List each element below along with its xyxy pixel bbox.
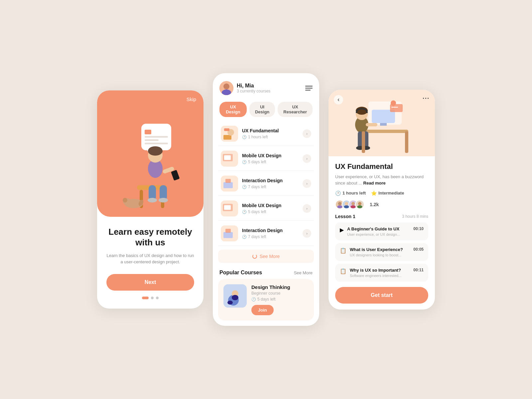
user-avatar [219,81,233,95]
dot-1 [142,297,149,299]
next-button[interactable]: Next [106,274,194,291]
svg-rect-57 [362,131,365,153]
menu-icon[interactable] [305,86,313,90]
course-thumbnail [221,176,238,192]
course-detail-screen: ‹ ··· [329,90,435,310]
clock-icon: 🕐 [242,160,247,164]
popular-thumb [223,284,247,308]
svg-rect-51 [366,123,377,126]
level-text: Intermediate [378,191,404,196]
popular-course-time: 🕐 5 days left [251,297,309,302]
tab-ux-design[interactable]: UX Design [219,102,247,117]
tab-ui-design[interactable]: UI Design [249,102,275,117]
svg-rect-25 [224,155,231,160]
course-arrow[interactable]: › [303,129,311,138]
person-illustration [110,120,190,213]
students-row: 1.2k [335,200,428,209]
menu-line-2 [305,88,313,88]
svg-point-65 [351,202,355,205]
course-arrow[interactable]: › [303,179,311,188]
course-time: 🕐 7 days left [242,185,299,189]
svg-rect-31 [224,205,231,210]
lesson-name: A Beginner's Guide to UX [347,226,410,231]
hero-illustration [110,114,190,213]
popular-card[interactable]: Design Thinking Beginner course 🕐 5 days… [218,279,314,321]
course-time: 🕐 5 days left [242,160,299,164]
course-item[interactable]: Mobile UX Design 🕐 5 days left › [218,197,314,221]
clock-icon: 🕐 [335,191,341,196]
svg-point-69 [357,205,362,208]
clock-icon: 🕐 [242,135,247,139]
course-name: UX Fundamental [242,128,299,133]
lesson-info: A Beginner's Guide to UX User experience… [347,226,410,236]
course-item[interactable]: Interaction Design 🕐 7 days left › [218,221,314,246]
menu-line-1 [305,86,313,86]
lesson-item[interactable]: ▶ A Beginner's Guide to UX User experien… [335,222,428,240]
get-start-button[interactable]: Get start [335,287,428,304]
course-detail-content: UX Fundamental User experience, or UX, h… [329,156,435,310]
skip-button[interactable]: Skip [187,96,196,102]
course-time: 🕐 7 days left [242,234,299,239]
time-meta: 🕐 1 hours left [335,191,366,196]
more-options-button[interactable]: ··· [423,95,430,102]
popular-course-name: Design Thinking [251,284,309,290]
course-hero: ‹ ··· [329,90,435,156]
dot-3 [156,297,159,299]
see-more-button[interactable]: See More [218,250,314,263]
course-arrow[interactable]: › [303,204,311,213]
lesson-item[interactable]: 📋 Why is UX so Important? Software engin… [335,264,428,282]
lesson-time: 00:10 [413,226,424,231]
course-detail-description: User experience, or UX, has been a buzzw… [335,174,428,187]
svg-rect-34 [225,229,231,233]
course-info: Interaction Design 🕐 7 days left [242,178,299,189]
user-info: Hi, Mia 3 currently courses [219,81,270,95]
loading-spinner [252,254,257,259]
course-item[interactable]: Mobile UX Design 🕐 5 days left › [218,147,314,171]
svg-rect-44 [380,123,387,126]
time-text: 7 days left [248,185,266,189]
svg-point-38 [232,295,238,300]
course-info: UX Fundamental 🕐 1 hours left [242,128,299,139]
svg-rect-45 [390,104,403,112]
document-icon: 📋 [340,247,346,254]
course-arrow[interactable]: › [303,154,311,163]
lesson-time: 00:05 [413,247,424,252]
svg-rect-52 [358,131,362,148]
hero-section: Skip [97,90,203,217]
svg-rect-28 [225,179,231,183]
lesson-info: Why is UX so Important? Software enginee… [350,268,410,278]
lesson-subtitle: UX designers looking to boost... [350,253,410,257]
course-list: UX Fundamental 🕐 1 hours left › [213,122,319,246]
course-list-screen: Hi, Mia 3 currently courses UX Design UI… [213,73,319,326]
course-thumbnail [221,200,238,216]
course-item[interactable]: UX Fundamental 🕐 1 hours left › [218,122,314,146]
svg-rect-22 [224,128,229,131]
student-avatar-4 [355,200,364,209]
svg-rect-46 [391,107,398,108]
popular-see-more[interactable]: See More [294,270,313,275]
clock-icon: 🕐 [242,185,247,189]
lesson-item[interactable]: 📋 What is User Experience? UX designers … [335,243,428,261]
popular-courses-title: Popular Courses [219,270,262,276]
svg-point-14 [123,198,127,202]
greeting-text: Hi, Mia [237,83,270,89]
course-thumbnail [221,225,238,241]
course-item[interactable]: Interaction Design 🕐 7 days left › [218,172,314,196]
avatar-illustration [219,81,233,95]
svg-point-17 [223,83,229,89]
time-text: 7 days left [248,234,266,239]
join-button[interactable]: Join [251,305,274,315]
lesson-name: What is User Experience? [350,247,410,252]
tab-ux-researcher[interactable]: UX Researcher [278,102,313,117]
read-more-link[interactable]: Read more [363,181,386,186]
svg-rect-27 [223,182,233,188]
pagination-dots [142,297,159,299]
onboarding-content: Learn easy remotely with us Learn the ba… [97,217,203,308]
svg-rect-20 [223,135,231,140]
lesson-header: Lesson 1 3 hours 8 mins [335,214,428,219]
course-arrow[interactable]: › [303,229,311,238]
lesson-time: 00:11 [413,268,424,272]
lesson-title: Lesson 1 [335,214,355,219]
course-time: 🕐 1 hours left [242,135,299,139]
back-button[interactable]: ‹ [334,95,343,104]
